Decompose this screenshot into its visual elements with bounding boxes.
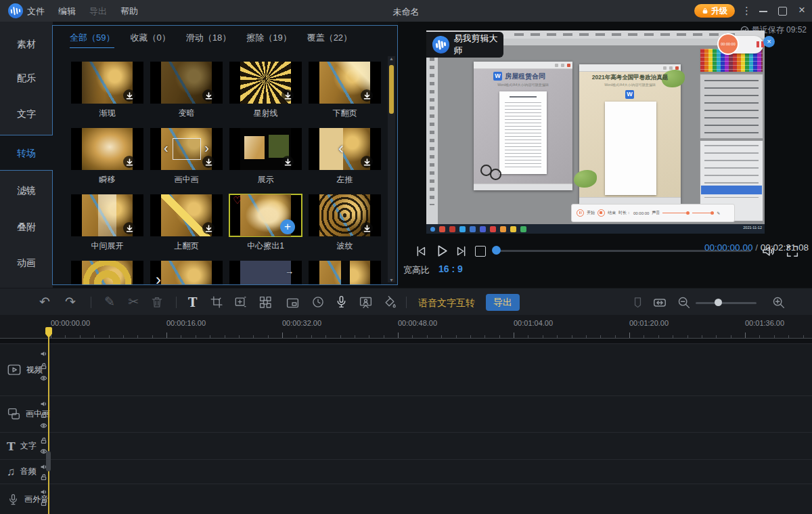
favorite-heart-icon[interactable]: ♡ <box>233 194 242 207</box>
transition-item[interactable] <box>150 194 223 236</box>
scroll-up-icon[interactable]: ▲ <box>388 56 395 61</box>
panel-scrollbar[interactable]: ▲ ▼ <box>388 56 395 282</box>
upgrade-button[interactable]: 升级 <box>694 4 735 18</box>
style-bucket-icon[interactable] <box>383 295 397 312</box>
transition-item[interactable] <box>71 261 143 285</box>
track-lock-icon[interactable] <box>40 411 47 419</box>
sidebar-item-overlays[interactable]: 叠附 <box>0 218 53 236</box>
transition-item[interactable] <box>71 128 143 170</box>
sidebar-item-material[interactable]: 素材 <box>0 35 53 53</box>
transition-item[interactable] <box>309 62 381 104</box>
scrollbar-thumb[interactable] <box>389 65 394 114</box>
crop-icon[interactable] <box>210 295 223 312</box>
tab-wipe[interactable]: 擦除（19） <box>246 32 291 48</box>
transition-item[interactable] <box>150 62 223 104</box>
edit-pencil-icon: ✎ <box>104 294 115 309</box>
duration-clock-icon[interactable] <box>311 295 325 312</box>
taskbar-icon <box>500 226 506 232</box>
taskbar-icon <box>439 226 445 232</box>
zoom-in-icon[interactable] <box>771 295 786 312</box>
speech-text-convert[interactable]: 语音文字互转 <box>418 297 475 309</box>
track-lock-icon[interactable] <box>40 499 47 507</box>
timeline-zoom-slider[interactable] <box>696 302 757 304</box>
track-visibility-icon[interactable] <box>40 374 47 382</box>
maximize-button[interactable] <box>778 7 787 16</box>
fit-timeline-icon[interactable] <box>652 295 667 313</box>
transition-item[interactable] <box>309 261 381 285</box>
transition-item[interactable] <box>229 128 302 170</box>
playhead-line[interactable] <box>48 329 49 514</box>
track-mute-icon[interactable] <box>40 400 47 408</box>
prev-frame-button[interactable] <box>413 244 428 261</box>
undo-icon[interactable]: ↶ <box>39 294 50 309</box>
transition-item[interactable] <box>71 194 143 236</box>
transition-item[interactable]: → → <box>229 261 302 285</box>
text-tool-icon[interactable]: T <box>188 295 197 309</box>
voiceover-mic-icon[interactable] <box>334 295 348 312</box>
next-frame-button[interactable] <box>455 244 470 261</box>
transition-name: 瞬移 <box>71 174 143 186</box>
track-text[interactable]: T 文字 <box>0 432 812 459</box>
track-mute-icon[interactable] <box>40 350 47 358</box>
track-lock-icon[interactable] <box>40 473 47 481</box>
download-icon[interactable] <box>123 222 135 234</box>
track-lock-icon[interactable] <box>40 437 47 444</box>
play-button[interactable] <box>433 242 450 262</box>
download-icon[interactable] <box>281 156 294 168</box>
download-icon[interactable] <box>123 156 135 168</box>
scroll-down-icon[interactable]: ▼ <box>388 278 395 282</box>
more-options-icon[interactable]: ⋮ <box>742 5 752 17</box>
download-icon[interactable] <box>202 89 215 102</box>
sidebar-item-music[interactable]: 配乐 <box>0 69 53 87</box>
transition-item[interactable]: ‹ <box>309 128 381 170</box>
minimize-button[interactable] <box>759 11 767 12</box>
tab-all[interactable]: 全部（59） <box>70 32 114 48</box>
pip-tool-icon[interactable] <box>286 296 300 313</box>
tab-cover[interactable]: 覆盖（22） <box>307 32 352 48</box>
download-icon[interactable] <box>361 222 373 234</box>
track-video[interactable]: 视频 <box>0 343 812 395</box>
download-icon[interactable] <box>361 89 373 102</box>
sidebar-item-text[interactable]: 文字 <box>0 105 53 123</box>
pip-arrow-left: ‹ <box>164 140 168 156</box>
seek-handle[interactable] <box>492 246 501 255</box>
tab-favorites[interactable]: 收藏（0） <box>130 32 170 48</box>
redo-icon[interactable]: ↷ <box>65 294 76 309</box>
download-icon[interactable] <box>361 156 373 168</box>
transition-item[interactable] <box>71 62 143 104</box>
sidebar-item-animation[interactable]: 动画 <box>0 254 53 272</box>
mosaic-icon[interactable] <box>258 295 273 312</box>
transition-item-selected[interactable]: ♡ + <box>229 194 302 236</box>
transition-item[interactable]: ‹ › <box>150 128 223 170</box>
track-lock-icon[interactable] <box>40 362 47 370</box>
track-visibility-icon[interactable] <box>40 422 47 429</box>
stop-button[interactable] <box>475 246 486 257</box>
transition-item[interactable]: › <box>150 261 223 285</box>
tracks-scrollbar-thumb[interactable] <box>46 451 51 471</box>
download-icon[interactable] <box>281 89 294 102</box>
add-transition-button[interactable]: + <box>280 219 295 234</box>
sidebar-item-transitions[interactable]: 转场 <box>0 144 53 162</box>
zoom-out-icon[interactable] <box>677 295 691 312</box>
transition-item[interactable] <box>229 62 302 104</box>
download-icon[interactable] <box>202 156 215 168</box>
timeline-ruler[interactable]: 00:00:00.00 00:00:16.00 00:00:32.00 00:0… <box>0 315 812 339</box>
track-voiceover[interactable]: 画外音 <box>0 484 812 514</box>
download-icon[interactable] <box>123 89 135 102</box>
transition-name: 中心擦出1 <box>229 240 302 252</box>
timeline-zoom-handle[interactable] <box>715 299 722 306</box>
tab-slide[interactable]: 滑动（18） <box>186 32 231 48</box>
presenter-icon[interactable] <box>359 295 373 312</box>
watermark-close-icon[interactable]: × <box>763 36 775 47</box>
close-button[interactable]: × <box>798 3 805 17</box>
transition-item[interactable] <box>309 194 381 236</box>
download-icon[interactable] <box>202 222 215 234</box>
track-mute-icon[interactable] <box>40 488 47 496</box>
sidebar-item-filters[interactable]: 滤镜 <box>0 181 53 199</box>
aspect-ratio-value[interactable]: 16 : 9 <box>438 263 463 274</box>
recorder-timer: 00:00:00 <box>717 33 739 55</box>
zoom-region-icon[interactable] <box>233 295 247 312</box>
track-pip[interactable]: 画中画 <box>0 395 812 432</box>
track-audio[interactable]: ♫ 音频 <box>0 459 812 484</box>
export-button[interactable]: 导出 <box>486 294 520 311</box>
